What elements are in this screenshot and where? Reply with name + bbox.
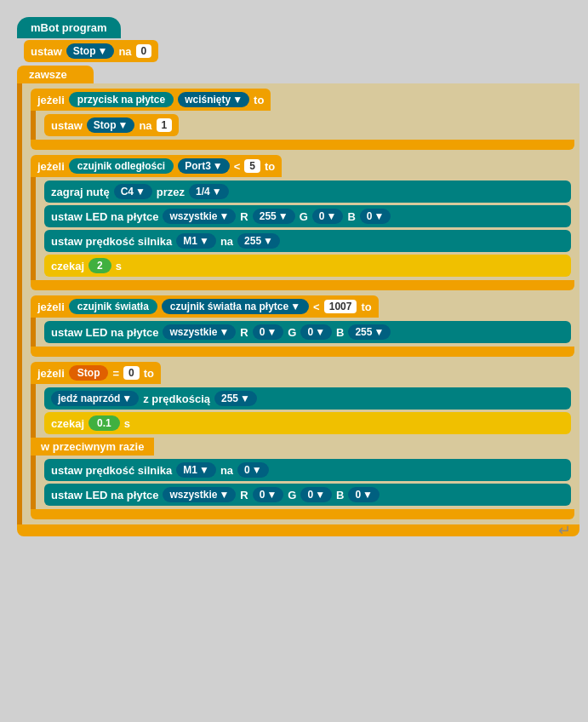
wcisniete-pill[interactable]: wciśnięty ▼ bbox=[178, 92, 249, 107]
if3-inner: ustaw LED na płytce wszystkie ▼ R 0 ▼ G … bbox=[31, 318, 574, 347]
stop-var-pill[interactable]: Stop ▼ bbox=[66, 43, 115, 59]
if2-inner: zagraj nutę C4 ▼ przez 1/4 ▼ ustaw LED n… bbox=[31, 177, 574, 280]
zawsze-header: zawsze bbox=[17, 66, 94, 83]
if2-footer bbox=[31, 280, 574, 290]
jezeli3-label: jeżeli bbox=[37, 301, 65, 313]
zawsze-inner: jeżeli przycisk na płytce wciśnięty ▼ to… bbox=[17, 83, 579, 524]
if3-footer bbox=[31, 347, 574, 357]
to1-label: to bbox=[254, 94, 264, 106]
if4-footer bbox=[31, 509, 574, 519]
na-label: na bbox=[118, 45, 131, 58]
if2-block: jeżeli czujnik odległości Port3 ▼ < 5 to… bbox=[31, 155, 574, 290]
program-area: mBot program ustaw Stop ▼ na 0 zawsze je… bbox=[17, 17, 579, 536]
set-stop-block: ustaw Stop ▼ na 0 bbox=[24, 40, 579, 62]
if4-then: jedź naprzód ▼ z prędkością 255 ▼ czekaj… bbox=[31, 384, 574, 438]
jezeli1-label: jeżeli bbox=[37, 94, 65, 106]
hat-block: mBot program bbox=[17, 17, 579, 38]
jezeli4-label: jeżeli bbox=[37, 367, 65, 380]
if1-inner: ustaw Stop ▼ na 1 bbox=[31, 111, 574, 140]
condition-pill[interactable]: przycisk na płytce bbox=[69, 92, 174, 107]
if4-else: ustaw prędkość silnika M1 ▼ na 0 ▼ ustaw… bbox=[31, 456, 574, 509]
if1-footer bbox=[31, 140, 574, 150]
ustaw-label: ustaw bbox=[31, 45, 62, 58]
zawsze-footer: ↵ bbox=[17, 524, 579, 536]
zawsze-block: zawsze jeżeli przycisk na płytce wciśnię… bbox=[17, 66, 579, 536]
jezeli2-label: jeżeli bbox=[37, 160, 65, 173]
if3-block: jeżeli czujnik światła czujnik światła n… bbox=[31, 295, 574, 357]
val-box: 0 bbox=[136, 44, 152, 58]
if4-block: jeżeli Stop = 0 to jedź naprzód ▼ z pręd… bbox=[31, 362, 574, 519]
przeciwnym-bar: w przeciwnym razie bbox=[31, 438, 154, 456]
if1-block: jeżeli przycisk na płytce wciśnięty ▼ to… bbox=[31, 89, 574, 150]
